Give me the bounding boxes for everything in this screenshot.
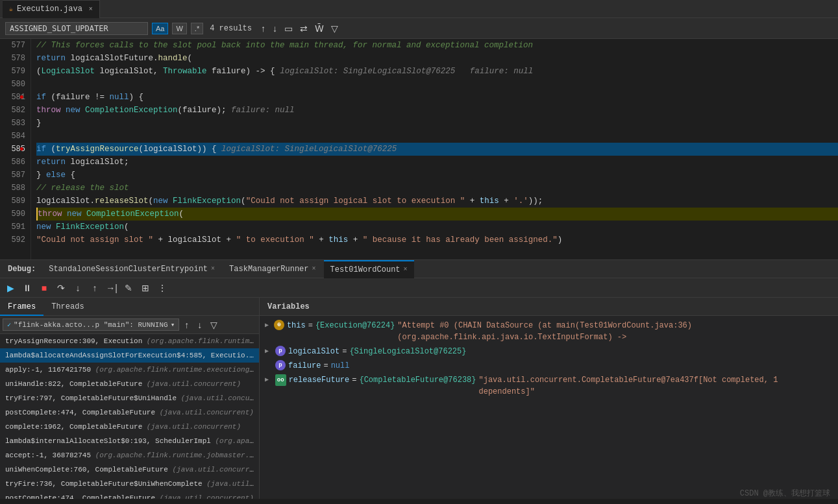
frame-item-6[interactable]: complete:1962, CompletableFuture (java.u… <box>0 420 259 434</box>
debug-tab-standalone-close[interactable]: × <box>211 265 215 272</box>
debug-tab-standalone-label: StandaloneSessionClusterEntrypoint <box>49 265 208 274</box>
var-item-logicalslot[interactable]: ▶ p logicalSlot = {SingleLogicalSlot@762… <box>260 344 838 359</box>
code-line-584 <box>36 130 838 143</box>
code-content: // This forces calls to the slot pool ba… <box>31 39 838 259</box>
search-bar: Aa W .* 4 results ↑ ↓ ▭ ⇄ W̄ ▽ <box>0 18 838 39</box>
next-result-button[interactable]: ↓ <box>270 22 280 35</box>
line-577: 577 <box>5 39 25 52</box>
watermark: CSDN @教练、我想打篮球 <box>740 488 830 499</box>
frame-item-4[interactable]: tryFire:797, CompletableFuture$UniHandle… <box>0 391 259 405</box>
debug-tab-taskmanager-close[interactable]: × <box>312 265 316 272</box>
var-extra-this: "Attempt #0 (CHAIN DataSource (at main(T… <box>397 320 833 343</box>
line-590: 590 <box>5 208 25 221</box>
frame-up-button[interactable]: ↑ <box>181 318 192 331</box>
var-name-failure: failure <box>288 360 321 372</box>
var-name-this: this <box>287 320 306 331</box>
oo-var-icon: oo <box>275 374 286 386</box>
editor-tab-bar: ☕ Execution.java × <box>0 0 838 18</box>
line-591: 591 <box>5 221 25 234</box>
code-line-577: // This forces calls to the slot pool ba… <box>36 39 838 52</box>
code-line-580 <box>36 78 838 91</box>
line-586: 586 <box>5 156 25 169</box>
prev-result-button[interactable]: ↑ <box>258 22 268 35</box>
var-name-logicalslot: logicalSlot <box>288 346 339 357</box>
chevron-down-icon: ▾ <box>171 320 175 329</box>
java-file-icon: ☕ <box>9 5 13 13</box>
frame-item-5[interactable]: postComplete:474, CompletableFuture (jav… <box>0 405 259 420</box>
debug-tab-taskmanager[interactable]: TaskManagerRunner × <box>223 260 322 278</box>
filter-button[interactable]: ▽ <box>328 22 341 35</box>
debug-panel: Debug: StandaloneSessionClusterEntrypoin… <box>0 259 838 499</box>
resume-button[interactable]: ▶ <box>3 280 18 296</box>
debug-tab-standalone[interactable]: StandaloneSessionClusterEntrypoint × <box>42 260 221 278</box>
regex-button[interactable]: .* <box>191 23 203 34</box>
match-word-button[interactable]: W <box>172 23 186 34</box>
frame-filter-button[interactable]: ▽ <box>207 318 221 331</box>
debug-tab-bar: Debug: StandaloneSessionClusterEntrypoin… <box>0 260 838 278</box>
frame-down-button[interactable]: ↓ <box>194 318 205 331</box>
line-579: 579 <box>5 65 25 78</box>
frame-item-10[interactable]: tryFire:736, CompletableFuture$UniWhenCo… <box>0 477 259 491</box>
var-val-failure: null <box>331 360 350 372</box>
line-numbers: 577 578 579 580 581 582 583 584 585 586 … <box>0 39 31 259</box>
expand-icon-2[interactable]: ▶ <box>265 346 273 357</box>
match-case-button[interactable]: Aa <box>152 23 168 34</box>
code-line-592: "Could not assign slot " + logicalSlot +… <box>36 234 838 246</box>
code-line-590: throw new CompletionException( <box>36 208 838 221</box>
variables-list: ▶ ⊕ this = {Execution@76224} "Attempt #0… <box>260 316 838 499</box>
debug-tab-wordcount-label: Test01WordCount <box>330 265 401 274</box>
logicalslot-var-icon: p <box>275 346 286 356</box>
file-tab[interactable]: ☕ Execution.java × <box>3 0 100 18</box>
code-line-588: // release the slot <box>36 182 838 195</box>
code-line-586: return logicalSlot; <box>36 156 838 169</box>
var-item-releasefuture[interactable]: ▶ oo releaseFuture = {CompletableFuture@… <box>260 373 838 399</box>
code-line-579: (LogicalSlot logicalSlot, Throwable fail… <box>36 65 838 78</box>
find-whole-word-button[interactable]: W̄ <box>312 22 327 35</box>
search-input[interactable] <box>5 22 148 35</box>
code-line-581: if (failure != null) { <box>36 91 838 104</box>
code-line-589: logicalSlot.releaseSlot(new FlinkExcepti… <box>36 195 838 208</box>
tab-close-button[interactable]: × <box>89 6 93 13</box>
run-to-cursor-button[interactable]: →| <box>104 280 119 296</box>
search-controls: ↑ ↓ ▭ ⇄ W̄ ▽ <box>258 22 341 35</box>
threads-tab[interactable]: Threads <box>43 298 92 316</box>
var-eq-this: = <box>308 320 313 331</box>
frames-tab[interactable]: Frames <box>0 298 43 316</box>
expand-icon-4[interactable]: ▶ <box>265 374 273 386</box>
frame-item-11[interactable]: postComplete:474, CompletableFuture (jav… <box>0 491 259 499</box>
thread-selector-dropdown[interactable]: ✓ "flink-akka.acto...p "main": RUNNING ▾ <box>3 318 179 331</box>
toggle-find-replace-button[interactable]: ⇄ <box>297 22 310 35</box>
find-in-selection-button[interactable]: ▭ <box>282 22 295 35</box>
step-out-button[interactable]: ↑ <box>87 280 103 296</box>
frame-item-7[interactable]: lambda$internalAllocateSlot$0:193, Sched… <box>0 434 259 448</box>
var-name-releasefuture: releaseFuture <box>289 374 350 386</box>
line-588: 588 <box>5 182 25 195</box>
more-button[interactable]: ⋮ <box>154 280 170 296</box>
step-into-button[interactable]: ↓ <box>70 280 86 296</box>
frame-item-8[interactable]: accept:-1, 368782745 (org.apache.flink.r… <box>0 448 259 462</box>
step-over-button[interactable]: ↷ <box>53 280 69 296</box>
frame-item-2[interactable]: apply:-1, 1167421750 (org.apache.flink.r… <box>0 363 259 377</box>
code-line-582: throw new CompletionException(failure); … <box>36 104 838 117</box>
var-val-logicalslot: {SingleLogicalSlot@76225} <box>349 346 466 357</box>
var-item-this[interactable]: ▶ ⊕ this = {Execution@76224} "Attempt #0… <box>260 318 838 344</box>
var-eq-releasefuture: = <box>352 374 356 386</box>
frame-item-1[interactable]: lambda$allocateAndAssignSlotForExecution… <box>0 348 259 363</box>
line-589: 589 <box>5 195 25 208</box>
debug-tab-wordcount-close[interactable]: × <box>404 266 408 273</box>
frame-item-0[interactable]: tryAssignResource:309, Execution (org.ap… <box>0 334 259 348</box>
var-item-failure[interactable]: ▶ p failure = null <box>260 359 838 373</box>
evaluate-button[interactable]: ✎ <box>121 280 136 296</box>
line-582: 582 <box>5 104 25 117</box>
frame-item-9[interactable]: uniWhenComplete:760, CompletableFuture (… <box>0 462 259 477</box>
stop-button[interactable]: ■ <box>36 280 52 296</box>
debug-tab-wordcount[interactable]: Test01WordCount × <box>324 260 414 278</box>
expand-icon[interactable]: ▶ <box>265 320 271 331</box>
pause-button[interactable]: ⏸ <box>19 280 35 296</box>
var-eq-logicalslot: = <box>342 346 347 357</box>
code-editor: 577 578 579 580 581 582 583 584 585 586 … <box>0 39 838 259</box>
grid-button[interactable]: ⊞ <box>138 280 153 296</box>
frame-item-3[interactable]: uniHandle:822, CompletableFuture (java.u… <box>0 377 259 391</box>
line-580: 580 <box>5 78 25 91</box>
checkmark-icon: ✓ <box>7 321 11 329</box>
